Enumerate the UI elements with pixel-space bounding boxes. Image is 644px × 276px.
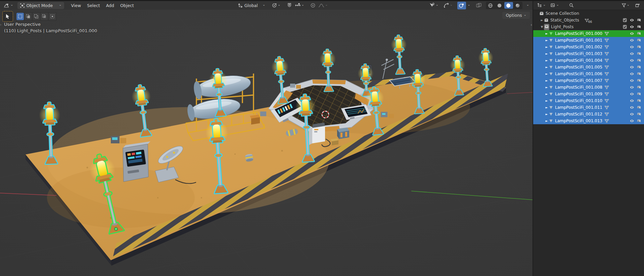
object-label[interactable]: LampPostSciFi_001.011 bbox=[555, 105, 602, 110]
camera-icon[interactable] bbox=[637, 98, 641, 103]
menu-object[interactable]: Object bbox=[117, 2, 137, 9]
outliner-object-row[interactable]: ► LampPostSciFi_001.009 bbox=[533, 91, 644, 97]
snap-toggle[interactable] bbox=[285, 2, 293, 9]
select-mode-extend-button[interactable] bbox=[25, 13, 32, 20]
render-checkbox-icon[interactable] bbox=[623, 25, 627, 29]
outliner-object-row[interactable]: ► LampPostSciFi_001.005 bbox=[533, 64, 644, 71]
outliner-object-row[interactable]: ► LampPostSciFi_001.007 bbox=[533, 77, 644, 84]
select-mode-subtract-button[interactable] bbox=[33, 13, 40, 20]
camera-icon[interactable] bbox=[637, 65, 641, 70]
xray-toggle[interactable] bbox=[474, 2, 483, 9]
gizmos-dropdown[interactable]: ⌄ bbox=[442, 2, 454, 9]
eye-icon[interactable] bbox=[630, 38, 634, 43]
camera-icon[interactable] bbox=[637, 25, 641, 29]
camera-icon[interactable] bbox=[637, 45, 641, 49]
outliner-object-row[interactable]: ► LampPostSciFi_001.013 bbox=[533, 118, 644, 124]
scene-canvas[interactable] bbox=[0, 10, 533, 276]
expand-icon[interactable]: ► bbox=[545, 45, 549, 49]
expand-icon[interactable]: ► bbox=[545, 39, 549, 42]
collection-label[interactable]: Scene Collection bbox=[546, 11, 579, 16]
options-dropdown[interactable]: Options ⌄ bbox=[502, 12, 530, 19]
outliner-object-row[interactable]: ► LampPostSciFi_001.010 bbox=[533, 97, 644, 104]
camera-icon[interactable] bbox=[637, 78, 641, 83]
row-scene-collection[interactable]: ▼ Scene Collection bbox=[533, 10, 644, 17]
outliner-object-row[interactable]: ► LampPostSciFi_001.002 bbox=[533, 44, 644, 50]
expand-icon[interactable]: ► bbox=[545, 99, 549, 102]
camera-icon[interactable] bbox=[637, 31, 641, 36]
row-light-posts[interactable]: ▼ Light_Posts bbox=[533, 24, 644, 30]
select-mode-set-button[interactable] bbox=[16, 13, 24, 20]
outliner-object-row[interactable]: ► LampPostSciFi_001.004 bbox=[533, 57, 644, 64]
snap-settings-dropdown[interactable]: ⌄ bbox=[293, 2, 306, 9]
camera-icon[interactable] bbox=[637, 38, 641, 43]
select-mode-invert-button[interactable] bbox=[41, 13, 48, 20]
camera-icon[interactable] bbox=[637, 112, 641, 117]
new-collection-button[interactable] bbox=[634, 2, 641, 9]
outliner-editor-type-button[interactable]: ⌄ bbox=[536, 2, 547, 9]
camera-icon[interactable] bbox=[637, 105, 641, 110]
eye-icon[interactable] bbox=[630, 31, 634, 36]
outliner-object-row[interactable]: ► LampPostSciFi_001.008 bbox=[533, 84, 644, 91]
filter-dropdown[interactable]: ⌄ bbox=[620, 2, 631, 9]
camera-icon[interactable] bbox=[637, 72, 641, 76]
expand-icon[interactable]: ► bbox=[540, 18, 544, 22]
object-label[interactable]: LampPostSciFi_001.009 bbox=[555, 92, 602, 96]
mode-dropdown[interactable]: Object Mode ⌄ bbox=[17, 2, 64, 9]
expand-icon[interactable]: ► bbox=[545, 52, 549, 55]
shading-solid-button[interactable] bbox=[495, 2, 504, 9]
eye-icon[interactable] bbox=[630, 51, 634, 56]
eye-icon[interactable] bbox=[630, 119, 634, 123]
eye-icon[interactable] bbox=[630, 98, 634, 103]
object-label[interactable]: LampPostSciFi_001.002 bbox=[555, 45, 602, 49]
eye-icon[interactable] bbox=[630, 85, 634, 90]
menu-view[interactable]: View bbox=[68, 2, 84, 9]
outliner-object-row[interactable]: ► LampPostSciFi_001.012 bbox=[533, 111, 644, 118]
eye-icon[interactable] bbox=[630, 92, 634, 96]
collection-label[interactable]: Light_Posts bbox=[551, 25, 573, 29]
expand-icon[interactable]: ► bbox=[545, 65, 549, 69]
toolbar-expand-arrow[interactable]: › bbox=[0, 22, 1, 27]
active-tool-button[interactable] bbox=[2, 11, 13, 22]
shading-dropdown[interactable]: ⌄ bbox=[525, 3, 531, 7]
outliner-object-row[interactable]: ► LampPostSciFi_001.003 bbox=[533, 50, 644, 57]
object-label[interactable]: LampPostSciFi_001.001 bbox=[555, 38, 602, 43]
expand-icon[interactable]: ▼ bbox=[540, 25, 544, 29]
menu-select[interactable]: Select bbox=[84, 2, 103, 9]
expand-icon[interactable]: ► bbox=[545, 72, 549, 76]
eye-icon[interactable] bbox=[630, 45, 634, 49]
expand-icon[interactable]: ► bbox=[545, 32, 549, 35]
show-object-types-dropdown[interactable]: ⌄ bbox=[427, 2, 440, 9]
outliner-object-row[interactable]: ► LampPostSciFi_001.006 bbox=[533, 71, 644, 77]
eye-icon[interactable] bbox=[630, 58, 634, 63]
object-label[interactable]: LampPostSciFi_001.013 bbox=[555, 119, 602, 123]
eye-icon[interactable] bbox=[630, 112, 634, 117]
object-label[interactable]: LampPostSciFi_001.005 bbox=[555, 65, 602, 70]
camera-icon[interactable] bbox=[637, 85, 641, 90]
object-label[interactable]: LampPostSciFi_001.007 bbox=[555, 78, 602, 83]
eye-icon[interactable] bbox=[630, 18, 634, 22]
transform-orientation-dropdown[interactable]: Global ⌄ bbox=[235, 2, 268, 9]
outliner-object-row[interactable]: ► LampPostSciFi_001.001 bbox=[533, 37, 644, 44]
object-label[interactable]: LampPostSciFi_001.000 bbox=[555, 31, 602, 36]
object-label[interactable]: LampPostSciFi_001.004 bbox=[555, 58, 602, 63]
expand-icon[interactable]: ► bbox=[545, 59, 549, 62]
select-mode-intersect-button[interactable] bbox=[49, 13, 56, 20]
expand-icon[interactable]: ► bbox=[545, 112, 549, 116]
display-mode-dropdown[interactable]: ⌄ bbox=[549, 2, 560, 9]
shading-rendered-button[interactable] bbox=[513, 2, 522, 9]
object-label[interactable]: LampPostSciFi_001.006 bbox=[555, 72, 602, 76]
expand-icon[interactable]: ► bbox=[545, 119, 549, 123]
camera-icon[interactable] bbox=[637, 51, 641, 56]
eye-icon[interactable] bbox=[630, 72, 634, 76]
overlays-dropdown[interactable]: ⌄ bbox=[466, 3, 471, 7]
render-checkbox-icon[interactable] bbox=[623, 18, 627, 22]
expand-icon[interactable]: ► bbox=[545, 79, 549, 82]
eye-icon[interactable] bbox=[630, 25, 634, 29]
expand-icon[interactable]: ► bbox=[545, 92, 549, 96]
pivot-point-dropdown[interactable]: ⌄ bbox=[270, 2, 282, 9]
object-label[interactable]: LampPostSciFi_001.012 bbox=[555, 112, 602, 117]
outliner-object-row[interactable]: ► LampPostSciFi_001.011 bbox=[533, 104, 644, 111]
object-label[interactable]: LampPostSciFi_001.008 bbox=[555, 85, 602, 90]
collection-label[interactable]: Static_Objects bbox=[550, 18, 579, 22]
row-static-objects[interactable]: ► Static_Objects 66 bbox=[533, 17, 644, 24]
